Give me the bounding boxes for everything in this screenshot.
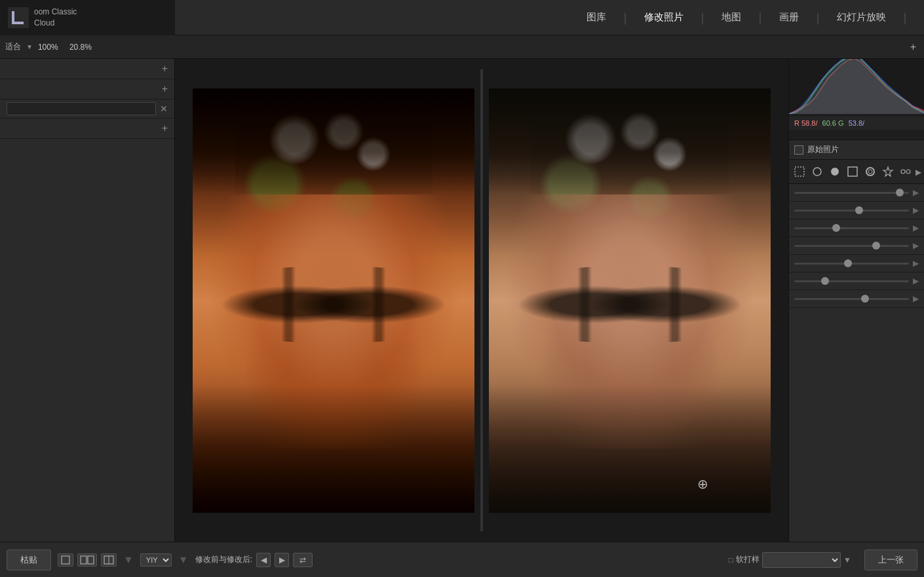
svg-rect-9 [848, 167, 857, 176]
nav-develop[interactable]: 修改照片 [631, 9, 697, 26]
slider-handle-3[interactable] [832, 224, 840, 232]
toolbar-add-btn[interactable]: + [908, 41, 919, 53]
nav-sep-4: ｜ [812, 10, 824, 26]
slider-handle-4[interactable] [872, 242, 880, 250]
original-photo-text: 原始照片 [807, 144, 839, 155]
r-value: R 58.8/ [794, 119, 817, 127]
slider-handle-7[interactable] [861, 295, 869, 303]
nav-area: 图库 ｜ 修改照片 ｜ 地图 ｜ 画册 ｜ 幻灯片放映 ｜ [175, 9, 924, 26]
slider-bar-2[interactable] [794, 210, 909, 212]
softproof-expand-icon[interactable]: ▼ [843, 555, 851, 565]
slider-row-1: ▶ [789, 184, 924, 202]
slider-expand-6[interactable]: ▶ [913, 276, 919, 286]
after-photo-panel[interactable]: ⊕ [486, 69, 774, 531]
view-mode-compare-btn[interactable] [101, 553, 117, 567]
nav-sep-2: ｜ [697, 10, 708, 26]
slider-bar-3[interactable] [794, 227, 909, 229]
tool-square-btn[interactable] [845, 164, 860, 179]
tool-ring-btn[interactable] [862, 164, 877, 179]
nav-book[interactable]: 画册 [766, 9, 812, 26]
svg-rect-17 [88, 556, 94, 564]
slider-expand-3[interactable]: ▶ [913, 223, 919, 233]
header: oom Classic Cloud 图库 ｜ 修改照片 ｜ 地图 ｜ 画册 ｜ … [0, 0, 924, 35]
zoom-value-1: 100% [38, 43, 64, 52]
app-logo-icon [8, 7, 29, 28]
mask-tools-area: ▶ [789, 160, 924, 184]
tool-star-btn[interactable] [880, 164, 895, 179]
slider-handle-6[interactable] [821, 277, 829, 285]
compare-label: 修改前与修改后: [195, 554, 252, 565]
slider-handle-2[interactable] [855, 206, 863, 214]
logo-area: oom Classic Cloud [0, 0, 175, 35]
panel-plus-1[interactable]: + [162, 63, 168, 75]
fit-arrow-icon: ▼ [26, 43, 33, 50]
panel-search-input[interactable] [7, 102, 156, 115]
panel-row-1: + [0, 59, 174, 79]
slider-bar-1[interactable] [794, 192, 909, 194]
slider-bar-5[interactable] [794, 263, 909, 265]
svg-point-8 [831, 168, 839, 176]
prev-photo-button[interactable]: 上一张 [864, 549, 917, 570]
view-mode-split-btn[interactable] [77, 553, 97, 567]
nav-map[interactable]: 地图 [708, 9, 754, 26]
slider-row-4: ▶ [789, 237, 924, 255]
before-photo [193, 88, 474, 513]
tool-circle-btn[interactable] [809, 164, 824, 179]
slider-expand-7[interactable]: ▶ [913, 294, 919, 303]
softproof-profile-select[interactable] [762, 552, 841, 568]
tool-filled-circle-btn[interactable] [827, 164, 842, 179]
panel-plus-2[interactable]: + [162, 83, 168, 95]
b-value: 53.8/ [849, 119, 864, 127]
tool-select-btn[interactable] [792, 164, 807, 179]
photo-divider [480, 69, 483, 531]
original-photo-row: 原始照片 [789, 140, 924, 160]
panel-plus-3[interactable]: + [162, 122, 168, 134]
panel-right-arrow[interactable]: ▶ [915, 166, 921, 177]
panel-clear-btn[interactable]: ✕ [160, 103, 168, 114]
original-photo-checkbox[interactable] [794, 145, 803, 155]
slider-handle-1[interactable] [896, 189, 904, 196]
svg-marker-12 [883, 167, 893, 176]
slider-bar-7[interactable] [794, 298, 909, 300]
tool-extra-btn[interactable] [898, 164, 913, 179]
softproof-area: □ 软打样 ▼ [317, 552, 858, 568]
svg-point-13 [901, 170, 905, 174]
paste-button[interactable]: 枯贴 [7, 549, 51, 570]
rgb-values: R 58.8/ 60.6 G 53.8/ [789, 117, 924, 130]
svg-point-14 [906, 170, 910, 174]
svg-point-7 [813, 168, 821, 176]
slider-expand-2[interactable]: ▶ [913, 206, 919, 215]
after-photo [489, 88, 771, 513]
adjustment-sliders: ▶ ▶ ▶ ▶ ▶ [789, 184, 924, 542]
compare-swap-btn[interactable]: ⇄ [293, 553, 313, 567]
compare-prev-btn[interactable]: ◀ [256, 553, 271, 567]
logo-text: oom Classic Cloud [34, 7, 77, 29]
svg-rect-16 [81, 556, 87, 564]
nav-slideshow[interactable]: 幻灯片放映 [824, 9, 899, 26]
svg-rect-0 [8, 7, 29, 28]
slider-row-5: ▶ [789, 255, 924, 272]
svg-rect-15 [62, 556, 69, 564]
panel-row-3: + [0, 119, 174, 139]
slider-bar-4[interactable] [794, 245, 909, 247]
svg-rect-6 [795, 167, 804, 176]
nav-library[interactable]: 图库 [573, 9, 619, 26]
view-mode-single-btn[interactable] [58, 553, 73, 567]
slider-handle-5[interactable] [844, 259, 852, 267]
svg-point-10 [866, 168, 874, 176]
slider-bar-6[interactable] [794, 280, 909, 282]
slider-row-3: ▶ [789, 219, 924, 237]
before-photo-panel[interactable] [189, 69, 478, 531]
yiy-select[interactable]: YIY [140, 553, 172, 567]
slider-expand-5[interactable]: ▶ [913, 259, 919, 268]
softproof-label: 软打样 [736, 554, 760, 565]
left-panel: + + ✕ + [0, 59, 175, 542]
bottom-bar: 枯贴 ▼ YIY ▼ 修改前与修改后: ◀ ▶ ⇄ □ 软打样 ▼ [0, 542, 924, 577]
slider-expand-1[interactable]: ▶ [913, 188, 919, 197]
nav-sep-1: ｜ [619, 10, 631, 26]
main-photo-area: ⊕ [175, 59, 788, 542]
slider-expand-4[interactable]: ▶ [913, 241, 919, 250]
compare-next-btn[interactable]: ▶ [275, 553, 289, 567]
slider-row-6: ▶ [789, 272, 924, 290]
softproof-checkbox-icon: □ [729, 555, 733, 565]
